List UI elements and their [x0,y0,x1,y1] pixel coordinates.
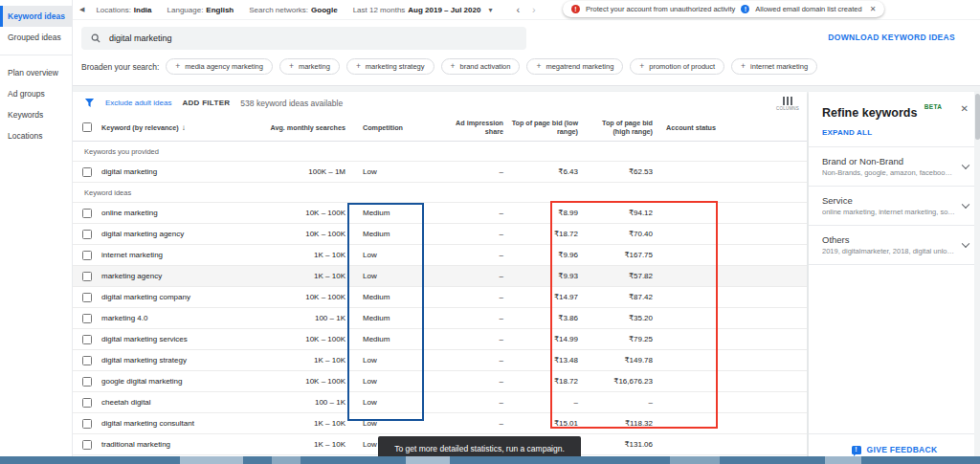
date-range-setting[interactable]: Last 12 months Aug 2019 – Jul 2020 ▾ [353,6,493,14]
row-checkbox[interactable] [82,209,92,218]
add-filter-button[interactable]: ADD FILTER [182,99,230,107]
row-checkbox[interactable] [82,272,92,281]
cell-keyword: google digital marketing [101,377,259,386]
cell-keyword: digital marketing consultant [101,419,259,428]
close-icon[interactable]: ✕ [870,5,877,13]
row-checkbox[interactable] [82,230,92,239]
filter-icon[interactable] [84,98,95,108]
scrollbar[interactable] [974,92,980,464]
search-input[interactable]: digital marketing [81,27,526,50]
row-checkbox-cell [73,377,101,387]
sidebar-item-locations[interactable]: Locations [0,125,72,146]
row-checkbox[interactable] [82,419,92,429]
scrollbar-thumb[interactable] [975,94,980,140]
row-checkbox-cell [73,335,101,344]
cell-bid-low: ₹6.43 [511,167,588,176]
header-bid-low[interactable]: Top of page bid (low range) [511,119,588,136]
broaden-chips: +media agency marketing+marketing+market… [166,58,817,75]
cell-bid-low: ₹3.86 [511,314,588,322]
close-icon[interactable]: ✕ [961,103,969,114]
refine-group-service[interactable]: Serviceonline marketing, internet market… [809,187,980,226]
table-row[interactable]: digital marketing strategy1K – 10KLow–₹1… [73,350,807,371]
row-checkbox-cell [73,230,101,239]
row-checkbox[interactable] [82,293,92,302]
row-checkbox[interactable] [82,167,92,177]
header-avg-monthly-searches[interactable]: Avg. monthly searches [259,123,355,132]
keyword-table-card: Exclude adult ideas ADD FILTER 538 keywo… [73,92,807,464]
row-checkbox[interactable] [82,314,92,323]
broaden-chip[interactable]: +megatrend marketing [526,58,623,75]
chevron-down-icon[interactable]: ▾ [488,6,492,14]
cell-bid-high: ₹62.53 [588,167,662,176]
row-checkbox[interactable] [82,377,92,387]
cell-avg-monthly-searches: 10K – 100K [259,293,355,301]
row-checkbox-cell [73,314,101,323]
row-checkbox-cell [73,293,101,302]
download-keyword-ideas-button[interactable]: DOWNLOAD KEYWORD IDEAS [828,33,955,42]
row-checkbox[interactable] [82,398,92,408]
row-checkbox[interactable] [82,440,92,450]
row-checkbox[interactable] [82,335,92,344]
sidebar-item-plan-overview[interactable]: Plan overview [0,62,72,83]
sidebar-item-grouped-ideas[interactable]: Grouped ideas [0,27,72,48]
taskbar-window-button[interactable] [825,456,861,464]
sidebar-item-keywords[interactable]: Keywords [0,104,72,125]
table-row[interactable]: marketing agency1K – 10KLow–₹9.93₹57.82 [73,266,807,287]
row-checkbox-cell [73,356,101,365]
sidebar: Keyword ideasGrouped ideasPlan overviewA… [0,0,73,464]
header-ad-impression-share[interactable]: Ad impression share [436,119,511,136]
table-row[interactable]: online marketing10K – 100KMedium–₹8.99₹9… [73,203,807,224]
networks-setting[interactable]: Search networks: Google [249,6,337,14]
broaden-chip[interactable]: +brand activation [441,58,521,75]
broaden-chip[interactable]: +internet marketing [731,58,817,75]
language-setting[interactable]: Language: English [167,6,234,14]
refine-group-others[interactable]: Others2019, digitalmarketer, 2018, digit… [809,226,980,265]
table-row[interactable]: digital marketing consultant1K – 10KLow–… [73,413,807,434]
broaden-chip[interactable]: +marketing [279,58,340,75]
cell-competition: Medium [355,230,436,238]
exclude-adult-ideas-link[interactable]: Exclude adult ideas [105,99,171,107]
table-row[interactable]: digital marketing company10K – 100KMediu… [73,287,807,308]
columns-button[interactable]: COLUMNS [776,95,799,111]
chevron-down-icon[interactable] [962,162,969,169]
header-keyword[interactable]: Keyword (by relevance) ↓ [101,123,259,132]
table-row[interactable]: internet marketing1K – 10KLow–₹9.96₹167.… [73,245,807,266]
broaden-chip[interactable]: +promotion of product [630,58,724,75]
header-account-status[interactable]: Account status [662,123,807,132]
broaden-chip[interactable]: +media agency marketing [166,58,273,75]
table-row[interactable]: digital marketing services10K – 100KMedi… [73,329,807,350]
cell-avg-monthly-searches: 100 – 1K [259,398,355,407]
cell-bid-high: ₹131.06 [588,440,662,449]
row-checkbox[interactable] [82,356,92,365]
refine-group-brand-or-non-brand[interactable]: Brand or Non-BrandNon-Brands, google, am… [809,147,980,187]
sidebar-item-keyword-ideas[interactable]: Keyword ideas [0,6,72,27]
table-row[interactable]: google digital marketing10K – 100KLow–₹1… [73,371,807,392]
cell-bid-low: ₹8.99 [511,209,588,217]
give-feedback-button[interactable]: GIVE FEEDBACK [809,433,980,454]
broaden-chip[interactable]: +marketing strategy [346,58,434,75]
taskbar-window-button[interactable] [272,456,301,464]
expand-all-link[interactable]: EXPAND ALL [809,122,980,147]
collapse-panel-icon[interactable]: ◀ [79,6,84,13]
notification-message-1: Protect your account from unauthorized a… [586,5,735,13]
prev-period-icon[interactable]: ‹ [516,5,520,15]
header-competition[interactable]: Competition [355,123,436,132]
select-all-checkbox[interactable] [82,122,92,132]
locations-setting[interactable]: Locations: India [96,6,151,14]
sidebar-item-ad-groups[interactable]: Ad groups [0,83,72,104]
taskbar-window-button[interactable] [180,456,243,464]
cell-bid-low: – [511,398,588,407]
table-row[interactable]: cheetah digital100 – 1KLow––– [73,392,807,413]
next-period-icon[interactable]: › [532,5,536,15]
refine-group-description: 2019, digitalmarketer, 2018, digital unl… [822,247,955,255]
header-bid-high[interactable]: Top of page bid (high range) [588,119,662,136]
taskbar-window-button[interactable] [670,456,720,464]
chevron-down-icon[interactable] [962,201,969,209]
table-row[interactable]: digital marketing100K – 1MLow–₹6.43₹62.5… [73,162,807,183]
feedback-icon [852,446,861,454]
row-checkbox[interactable] [82,251,92,260]
taskbar-window-button[interactable] [406,456,450,464]
chevron-down-icon[interactable] [962,240,969,248]
table-row[interactable]: digital marketing agency10K – 100KMedium… [73,224,807,245]
table-row[interactable]: marketing 4.0100 – 1KMedium–₹3.86₹35.20 [73,308,807,329]
